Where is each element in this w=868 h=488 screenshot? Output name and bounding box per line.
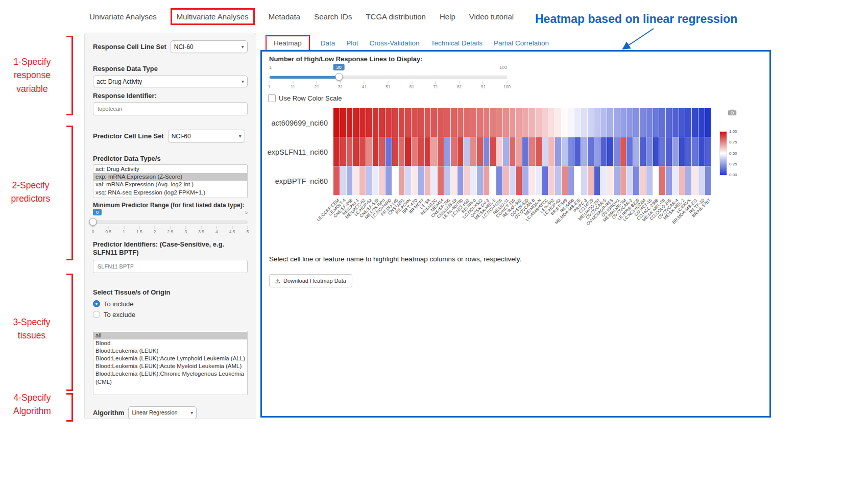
slider-tick-label: 51 [385, 84, 390, 89]
tab-technical-details[interactable]: Technical Details [426, 36, 487, 51]
response-identifier-label: Response Identifier: [93, 92, 248, 100]
slider-tick-mark [269, 81, 270, 84]
heatmap-cell [633, 108, 640, 137]
tissue-option[interactable]: Blood:Leukemia (LEUK):Acute Lymphoid Leu… [93, 355, 247, 362]
heatmap-cell [679, 137, 686, 166]
heatmap-cell [646, 137, 653, 166]
heatmap-cell [562, 137, 568, 166]
predictor-identifiers-input[interactable] [93, 260, 248, 273]
response-cell-line-set-select[interactable]: NCI-60 ▾ [171, 40, 248, 53]
tissue-option[interactable]: Blood:Leukemia (LEUK) [93, 347, 247, 355]
tab-heatmap[interactable]: Heatmap [267, 36, 309, 50]
tissue-include-radio[interactable]: To include [93, 300, 248, 308]
tab-plot[interactable]: Plot [342, 36, 363, 51]
heatmap-cell [385, 137, 392, 166]
heatmap-cell [685, 137, 692, 166]
heatmap-cell [503, 108, 510, 137]
download-heatmap-data-button[interactable]: Download Heatmap Data [269, 274, 352, 287]
tissue-option[interactable]: all [93, 332, 247, 339]
heatmap-cell [522, 166, 529, 196]
nav-item-help[interactable]: Help [440, 12, 455, 21]
heatmap-row-label[interactable]: expSLFN11_nci60 [262, 137, 331, 166]
slider-handle[interactable] [89, 218, 97, 226]
slider-tick-label: 2 [154, 229, 156, 234]
heatmap-cell [431, 137, 438, 166]
algorithm-value: Linear Regression [132, 409, 177, 416]
response-data-type-value: act: Drug Activity [97, 78, 142, 85]
heatmap-cell [490, 108, 496, 137]
slider-tick-label: 1.5 [136, 229, 142, 234]
slider-max-label: 100 [499, 65, 507, 70]
min-predictor-range-label: Minimum Predictor Range (for first liste… [93, 202, 248, 209]
heatmap-row-label[interactable]: expBPTF_nci60 [262, 166, 331, 196]
heatmap-cell [399, 108, 405, 137]
heatmap-cell [373, 137, 379, 166]
heatmap-cell [438, 137, 444, 166]
tab-data[interactable]: Data [316, 36, 340, 51]
colorbar-gradient [719, 131, 727, 176]
heatmap-cell [477, 108, 484, 137]
heatmap-cell [333, 137, 340, 166]
nav-item-metadata[interactable]: Metadata [269, 12, 301, 21]
slider-handle[interactable] [335, 73, 343, 81]
slider-tick-label: 100 [503, 84, 511, 89]
nav-item-video-tutorial[interactable]: Video tutorial [469, 12, 514, 21]
slider-tick-label: 0 [92, 229, 94, 234]
tissue-exclude-radio[interactable]: To exclude [93, 311, 248, 319]
response-identifier-input[interactable] [93, 102, 248, 115]
heatmap-cell [470, 166, 477, 196]
predictor-data-type-option[interactable]: xai: mRNA Expression (Avg. log2 Int.) [93, 181, 247, 188]
tissue-option[interactable]: Blood [93, 339, 247, 347]
heatmap-cell [640, 137, 646, 166]
colorbar-tick-label: 0.25 [729, 161, 737, 166]
heatmap-cell [347, 137, 353, 166]
predictor-cell-line-set-select[interactable]: NCI-60 ▾ [168, 130, 245, 142]
tissue-origin-label: Select Tissue/s of Origin [93, 288, 248, 296]
bracket-3 [66, 274, 73, 391]
colorbar-tick-label: 0.75 [729, 140, 737, 144]
heatmap-cell [477, 166, 484, 196]
camera-icon[interactable] [728, 109, 737, 116]
predictor-data-type-option[interactable]: exp: mRNA Expression (Z-Score) [93, 173, 247, 181]
heatmap-cell [484, 166, 490, 196]
tab-cross-validation[interactable]: Cross-Validation [365, 36, 424, 51]
slider-tick-mark [459, 81, 460, 84]
heatmap-cell [548, 108, 555, 137]
lines-to-display-slider[interactable]: 1 100 30 1112131415161718191100 [269, 65, 507, 91]
tissue-option[interactable]: Blood:Leukemia (LEUK):Acute Myeloid Leuk… [93, 362, 247, 370]
heatmap-cell [444, 166, 451, 196]
colorbar-tick-label: 0.00 [729, 173, 737, 177]
tab-partial-correlation[interactable]: Partial Correlation [489, 36, 553, 51]
heatmap-cell [614, 166, 620, 196]
heatmap-row [333, 137, 711, 166]
algorithm-select[interactable]: Linear Regression ▾ [128, 406, 197, 419]
heatmap-row-label[interactable]: act609699_nci60 [262, 108, 331, 137]
heatmap-cell [529, 166, 536, 196]
bracket-1 [66, 36, 73, 115]
nav-item-search-ids[interactable]: Search IDs [314, 12, 352, 21]
nav-item-univariate-analyses[interactable]: Univariate Analyses [89, 12, 157, 21]
nav-item-multivariate-analyses[interactable]: Multivariate Analyses [177, 12, 249, 21]
nav-item-tcga-distribution[interactable]: TCGA distribution [366, 12, 426, 21]
heatmap-cell [568, 137, 575, 166]
heatmap-cell [542, 137, 549, 166]
use-row-color-scale-checkbox[interactable]: Use Row Color Scale [268, 94, 342, 102]
response-data-type-select[interactable]: act: Drug Activity ▾ [93, 76, 248, 87]
heatmap-cell [594, 166, 601, 196]
slider-track[interactable] [93, 221, 248, 224]
heatmap-canvas[interactable] [333, 108, 711, 196]
heatmap-cell [626, 166, 633, 196]
predictor-data-type-option[interactable]: act: Drug Activity [93, 165, 247, 173]
slider-track[interactable] [269, 76, 507, 79]
predictor-data-type-option[interactable]: xsq: RNA-seq Expression (log2 FPKM+1.) [93, 189, 247, 197]
heatmap-cell [418, 137, 425, 166]
heatmap-cell [653, 166, 660, 196]
tissue-option[interactable]: Blood:Leukemia (LEUK):Chronic Myelogenou… [93, 370, 247, 385]
bracket-2 [66, 126, 73, 260]
min-predictor-range-slider[interactable]: 5 0 00.511.522.533.544.55 [93, 210, 248, 236]
heatmap-cell [373, 166, 379, 196]
use-row-color-scale-label: Use Row Color Scale [279, 94, 342, 102]
heatmap-cell [412, 137, 418, 166]
heatmap-hint-text: Select cell line or feature name to high… [269, 255, 521, 263]
heatmap-cell [457, 166, 464, 196]
